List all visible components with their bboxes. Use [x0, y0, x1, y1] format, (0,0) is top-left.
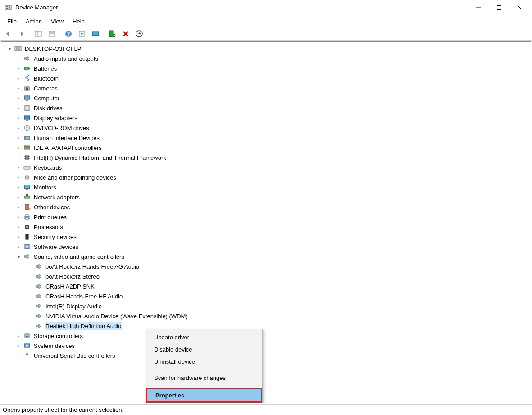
chevron-down-icon[interactable]: ▾ [6, 46, 13, 51]
device-label[interactable]: boAt Rockerz Stereo [45, 273, 100, 280]
chevron-right-icon[interactable]: › [15, 353, 22, 358]
tree-category-row[interactable]: ›Human Interface Devices [1, 133, 531, 143]
tree-category-row[interactable]: ›System devices [1, 341, 531, 351]
uninstall-button[interactable] [119, 28, 132, 40]
tree-device-row[interactable]: Realtek High Definition Audio [1, 321, 531, 331]
tree-category-row[interactable]: ›Storage controllers [1, 331, 531, 341]
tree-category-row[interactable]: ›Mice and other pointing devices [1, 172, 531, 182]
menu-view[interactable]: View [46, 16, 68, 27]
chevron-right-icon[interactable]: › [15, 86, 22, 91]
root-label[interactable]: DESKTOP-O3FGFLP [24, 45, 82, 53]
tree-category-row[interactable]: ›!Other devices [1, 202, 531, 212]
tree-category-row[interactable]: ›Print queues [1, 212, 531, 222]
chevron-right-icon[interactable]: › [15, 66, 22, 71]
category-label[interactable]: Batteries [33, 65, 58, 72]
chevron-right-icon[interactable]: › [15, 343, 22, 348]
category-label[interactable]: Bluetooth [33, 75, 59, 82]
context-menu-item[interactable]: Uninstall device [146, 356, 262, 368]
category-label[interactable]: Processors [33, 223, 64, 231]
chevron-right-icon[interactable]: › [15, 116, 22, 121]
chevron-down-icon[interactable]: ▾ [15, 254, 22, 259]
tree-category-row[interactable]: ›Computer [1, 93, 531, 103]
category-label[interactable]: Universal Serial Bus controllers [33, 352, 116, 360]
category-label[interactable]: Security devices [33, 233, 77, 241]
chevron-right-icon[interactable]: › [15, 244, 22, 249]
forward-button[interactable] [15, 28, 28, 40]
menu-help[interactable]: Help [68, 16, 89, 27]
chevron-right-icon[interactable]: › [15, 235, 22, 239]
category-label[interactable]: Storage controllers [33, 332, 84, 340]
tree-device-row[interactable]: CRasH Hands-Free HF Audio [1, 291, 531, 301]
minimize-button[interactable] [468, 0, 489, 15]
category-label[interactable]: Audio inputs and outputs [33, 55, 99, 63]
category-label[interactable]: System devices [33, 342, 76, 350]
tree-category-row[interactable]: ›Display adapters [1, 113, 531, 123]
device-label[interactable]: Intel(R) Display Audio [45, 302, 103, 310]
chevron-right-icon[interactable]: › [15, 334, 22, 338]
category-label[interactable]: Cameras [33, 85, 59, 92]
tree-category-row[interactable]: ›Monitors [1, 182, 531, 192]
tree-device-row[interactable]: boAt Rockerz Stereo [1, 271, 531, 281]
category-label[interactable]: IDE ATA/ATAPI controllers [33, 144, 103, 152]
scan-hardware-button[interactable] [106, 28, 118, 40]
tree-category-row[interactable]: ›Universal Serial Bus controllers [1, 351, 531, 361]
category-label[interactable]: DVD/CD-ROM drives [33, 124, 90, 132]
tree-category-row[interactable]: ›Audio inputs and outputs [1, 54, 531, 63]
chevron-right-icon[interactable]: › [15, 195, 22, 200]
category-label[interactable]: Human Interface Devices [33, 134, 100, 142]
chevron-right-icon[interactable]: › [15, 215, 22, 220]
menu-file[interactable]: File [3, 16, 21, 27]
device-label[interactable]: CRasH Hands-Free HF Audio [45, 293, 123, 300]
close-button[interactable] [509, 0, 530, 15]
category-label[interactable]: Mice and other pointing devices [33, 174, 117, 181]
tree-category-row[interactable]: ›Bluetooth [1, 73, 531, 83]
tree-category-row[interactable]: ›Disk drives [1, 103, 531, 113]
category-label[interactable]: Software devices [33, 243, 79, 251]
category-label[interactable]: Monitors [33, 184, 57, 191]
tree-category-row[interactable]: ›IDE ATA/ATAPI controllers [1, 143, 531, 153]
tree-category-row[interactable]: ›Security devices [1, 232, 531, 242]
device-label[interactable]: boAt Rockerz Hands-Free AG Audio [45, 263, 140, 271]
tree-category-row[interactable]: ›Intel(R) Dynamic Platform and Thermal F… [1, 153, 531, 162]
category-label[interactable]: Other devices [33, 203, 71, 211]
category-label[interactable]: Intel(R) Dynamic Platform and Thermal Fr… [33, 154, 167, 162]
tree-category-row[interactable]: ›DVD/CD-ROM drives [1, 123, 531, 133]
device-label[interactable]: Realtek High Definition Audio [45, 322, 122, 330]
action-button[interactable] [76, 28, 88, 40]
chevron-right-icon[interactable]: › [15, 175, 22, 180]
chevron-right-icon[interactable]: › [15, 205, 22, 210]
tree-category-row[interactable]: ›Processors [1, 222, 531, 232]
category-label[interactable]: Keyboards [33, 164, 63, 171]
chevron-right-icon[interactable]: › [15, 165, 22, 170]
context-menu-properties[interactable]: Properties [146, 388, 262, 403]
tree-category-row[interactable]: ›Cameras [1, 83, 531, 93]
device-label[interactable]: NVIDIA Virtual Audio Device (Wave Extens… [45, 312, 189, 320]
chevron-right-icon[interactable]: › [15, 106, 22, 111]
tree-device-row[interactable]: boAt Rockerz Hands-Free AG Audio [1, 262, 531, 271]
device-label[interactable]: CRasH A2DP SNK [45, 283, 95, 290]
category-label[interactable]: Display adapters [33, 114, 78, 122]
properties-button[interactable] [45, 28, 58, 40]
tree-device-row[interactable]: Intel(R) Display Audio [1, 301, 531, 311]
display-button[interactable] [89, 28, 102, 40]
tree-device-row[interactable]: NVIDIA Virtual Audio Device (Wave Extens… [1, 311, 531, 321]
back-button[interactable] [2, 28, 14, 40]
tree-device-row[interactable]: CRasH A2DP SNK [1, 281, 531, 291]
chevron-right-icon[interactable]: › [15, 155, 22, 160]
chevron-right-icon[interactable]: › [15, 126, 22, 131]
context-menu-item[interactable]: Update driver [146, 331, 262, 343]
chevron-right-icon[interactable]: › [15, 185, 22, 190]
maximize-button[interactable] [489, 0, 509, 15]
chevron-right-icon[interactable]: › [15, 76, 22, 81]
chevron-right-icon[interactable]: › [15, 225, 22, 230]
tree-category-row[interactable]: ›Batteries [1, 63, 531, 73]
chevron-right-icon[interactable]: › [15, 56, 22, 61]
context-menu-item[interactable]: Scan for hardware changes [146, 372, 262, 384]
tree-category-row[interactable]: ›Software devices [1, 242, 531, 252]
category-label[interactable]: Print queues [33, 213, 68, 221]
enable-button[interactable] [133, 28, 146, 40]
menu-action[interactable]: Action [21, 16, 46, 27]
category-label[interactable]: Network adapters [33, 194, 81, 201]
tree-category-row[interactable]: ▾Sound, video and game controllers [1, 252, 531, 262]
category-label[interactable]: Computer [33, 95, 60, 102]
